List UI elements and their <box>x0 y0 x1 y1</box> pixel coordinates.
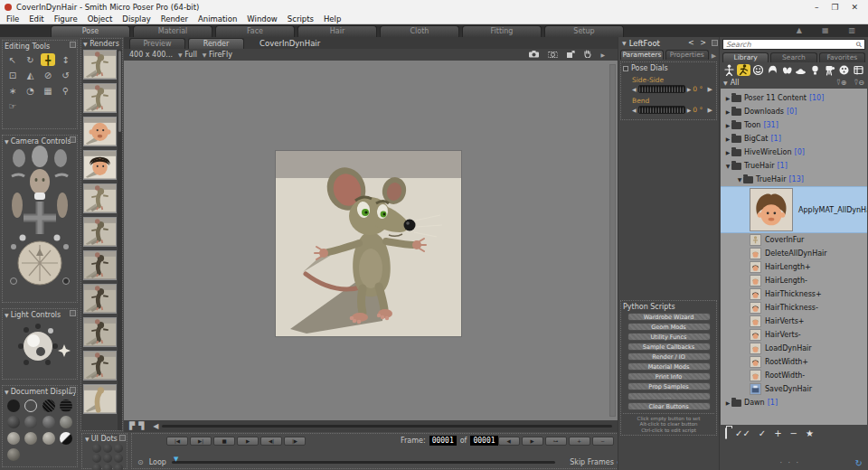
snapshot-camera-icon[interactable] <box>529 51 539 60</box>
tabs-overflow-arrow[interactable]: ▶ <box>711 52 717 60</box>
panel-menu-icon[interactable] <box>70 310 76 316</box>
last-frame-button[interactable]: ▶| <box>190 437 212 446</box>
tree-folder-hivewirelion[interactable]: ▶HiveWireLion[0] <box>721 146 867 159</box>
view-pane-icon-2[interactable]: ▜ <box>138 422 144 430</box>
render-thumbnail-2[interactable] <box>83 83 117 113</box>
play-button[interactable]: ▶ <box>237 437 259 446</box>
panel-menu-icon[interactable] <box>70 387 76 393</box>
taper-tool[interactable]: ◭ <box>24 69 38 81</box>
refresh-icon[interactable]: ↻ <box>855 458 863 468</box>
panel-menu-icon[interactable] <box>712 40 718 46</box>
tab-pose[interactable]: Pose <box>51 25 130 37</box>
pose-category-icon[interactable] <box>737 64 750 76</box>
tree-folder-bigcat[interactable]: ▶BigCat[1] <box>721 132 867 146</box>
display-style-smooth-shaded[interactable] <box>24 432 37 445</box>
python-button--[interactable]: ... <box>627 392 711 400</box>
next-key-button[interactable]: ▶ <box>522 437 543 446</box>
morphing-tool-tool[interactable]: ∗ <box>5 84 20 97</box>
actor-name[interactable]: LeftFoot <box>629 39 660 48</box>
tree-folder-downloads[interactable]: ▶Downloads[0] <box>721 105 867 118</box>
library-tab-search[interactable]: Search <box>770 52 816 62</box>
python-button-render-io[interactable]: Render / IO <box>627 352 711 361</box>
scale-tool[interactable]: ⊡ <box>5 69 20 81</box>
add-folder-icon[interactable] <box>725 428 727 438</box>
hair-category-icon[interactable] <box>766 64 779 76</box>
tree-folder-truehair[interactable]: ▼TrueHair[1] <box>721 159 867 173</box>
first-frame-button[interactable]: |◀ <box>166 437 188 446</box>
close-button[interactable]: ✕ <box>851 3 858 12</box>
dial-increment[interactable]: ▶ <box>687 86 692 92</box>
python-button-geom-mods[interactable]: Geom Mods <box>627 323 711 331</box>
library-item-deletealldynhair[interactable]: DeleteAllDynHair <box>721 247 867 260</box>
color-tool[interactable]: ◔ <box>24 84 38 97</box>
prop-category-icon[interactable] <box>795 64 808 76</box>
alert-icon[interactable]: ▲ <box>797 26 802 34</box>
display-style-texture-shaded[interactable] <box>7 448 20 461</box>
display-style-outline[interactable] <box>24 400 37 412</box>
render-thumbnail-4[interactable] <box>83 150 117 180</box>
render-thumbnail-9[interactable] <box>83 317 117 347</box>
current-frame-field[interactable]: 00001 <box>429 436 457 446</box>
ui-dots-grid[interactable] <box>92 444 124 470</box>
dial-increment[interactable]: ▶ <box>687 107 692 113</box>
display-style-wireframe[interactable] <box>42 400 55 412</box>
library-item-hairthickness-[interactable]: HairThickness+ <box>721 287 867 301</box>
actor-collapse-icon[interactable]: ▼ <box>622 40 627 46</box>
tab-material[interactable]: Material <box>133 25 212 37</box>
timeline-slider[interactable]: ▼ <box>172 461 555 464</box>
display-style-silhouette[interactable] <box>7 400 20 412</box>
library-item-hairlength-[interactable]: HairLength+ <box>721 260 867 274</box>
compare-camera-icon[interactable] <box>548 51 558 60</box>
view-pane-icon[interactable]: ▛ <box>129 422 135 430</box>
menu-figure[interactable]: Figure <box>54 14 78 24</box>
key-frame-button[interactable]: ⊶ <box>545 437 567 446</box>
expression-category-icon[interactable] <box>751 64 765 76</box>
add-icon[interactable]: + <box>774 428 781 438</box>
tree-folder-toon[interactable]: ▶Toon[31] <box>721 118 867 132</box>
display-style-hidden-line[interactable] <box>60 400 72 412</box>
camera-controls-widget[interactable] <box>5 146 75 297</box>
rotate-tool[interactable]: ↻ <box>24 53 38 66</box>
tab-cloth[interactable]: Cloth <box>380 25 459 37</box>
twist-tool[interactable]: ↺ <box>59 69 73 81</box>
panel-menu-icon[interactable] <box>70 42 76 48</box>
render-thumbnail-1[interactable] <box>83 50 117 80</box>
dial-menu-arrow[interactable]: ▶ <box>708 86 714 93</box>
library-item-hairthickness-[interactable]: HairThickness- <box>721 301 867 315</box>
library-item-rootwidth-[interactable]: RootWidth+ <box>721 355 867 369</box>
dial-decrement[interactable]: ◀ <box>632 107 637 113</box>
display-style-smooth-lined[interactable] <box>42 432 55 445</box>
pan-hand-icon[interactable] <box>584 50 591 60</box>
menu-edit[interactable]: Edit <box>29 14 43 24</box>
all-label[interactable]: All <box>731 79 740 87</box>
library-item-savedynhair[interactable]: SaveDynHair <box>721 382 867 396</box>
options-arrow-icon[interactable]: ▶ <box>600 51 605 59</box>
library-more-button[interactable]: · · · <box>779 459 800 467</box>
dial-slider[interactable] <box>638 106 685 114</box>
grouping-tool[interactable]: ▦ <box>41 84 55 97</box>
image-icon[interactable]: ▦ <box>822 26 829 34</box>
tab-face[interactable]: Face <box>215 25 295 37</box>
library-item-hairlength-[interactable]: HairLength- <box>721 274 867 287</box>
stats-icon[interactable]: ▥ <box>848 26 855 34</box>
menu-help[interactable]: Help <box>324 14 341 24</box>
tab-parameters[interactable]: Parameters <box>620 50 664 60</box>
export-icon[interactable] <box>567 51 575 60</box>
viewport-horizontal-scrollbar[interactable] <box>162 425 612 428</box>
library-item-coverinfur[interactable]: CoverInFur <box>721 233 867 247</box>
menu-window[interactable]: Window <box>247 14 278 24</box>
tree-folder-poser-11-content[interactable]: ▶Poser 11 Content[10] <box>721 91 867 105</box>
all-collapse-icon[interactable]: ▼ <box>723 80 728 86</box>
renderer-dropdown[interactable]: ▼ FireFly <box>203 51 232 59</box>
render-size-label[interactable]: 400 x 400... <box>129 51 173 59</box>
python-button-clear-buttons[interactable]: Clear Buttons <box>627 402 711 410</box>
library-item-hairverts-[interactable]: HairVerts+ <box>721 315 867 328</box>
library-tab-library[interactable]: Library <box>722 52 769 62</box>
dial-value[interactable]: 0 ° <box>693 106 703 114</box>
render-mode-dropdown[interactable]: ▼ Full <box>178 51 197 59</box>
pose-dials-checkbox[interactable] <box>623 66 628 71</box>
step-back-button[interactable]: ◀| <box>260 437 282 446</box>
chain-break-tool[interactable]: ⊘ <box>41 69 55 81</box>
dial-slider[interactable] <box>638 85 685 93</box>
render-thumbnail-10[interactable] <box>83 351 117 381</box>
